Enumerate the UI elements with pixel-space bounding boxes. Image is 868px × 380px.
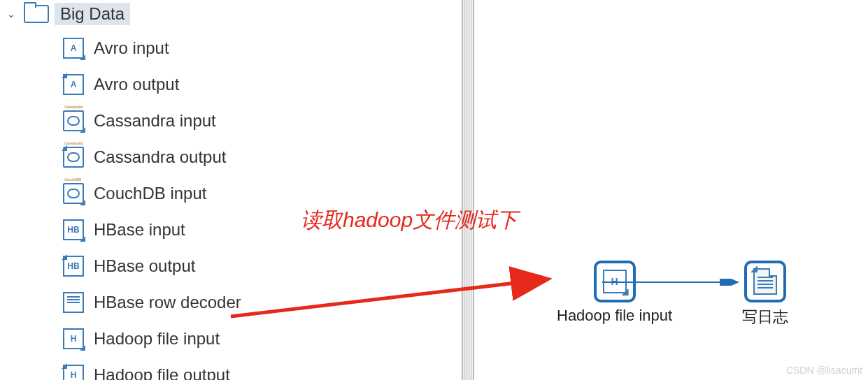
tree-item-label: Hadoop file output: [94, 365, 230, 380]
tree-folder-big-data[interactable]: ⌄ Big Data: [0, 0, 462, 28]
tree-item-label: Avro input: [94, 38, 169, 58]
hbase-output-icon: HB: [63, 256, 84, 277]
tree-item-label: HBase output: [94, 256, 195, 276]
tree-item-cassandra-output[interactable]: CassandraCassandra output: [63, 147, 462, 168]
hadoop-file-input-icon: H: [63, 328, 84, 349]
tree-item-label: Avro output: [94, 75, 179, 94]
step-box[interactable]: [744, 261, 786, 302]
watermark: CSDN @lisacumt: [786, 365, 862, 376]
tree-item-label: Hadoop file input: [94, 329, 220, 349]
step-label: Hadoop file input: [557, 307, 672, 325]
tree-item-hadoop-file-output[interactable]: HHadoop file output: [63, 365, 462, 380]
couchdb-input-icon: CouchDB: [63, 183, 84, 204]
hadoop-file-output-icon: H: [63, 365, 84, 380]
tree-item-label: Cassandra output: [94, 147, 226, 167]
tree-item-cassandra-input[interactable]: CassandraCassandra input: [63, 110, 462, 131]
avro-input-icon: A: [63, 38, 84, 59]
hbase-input-icon: HB: [63, 219, 84, 240]
chevron-down-icon[interactable]: ⌄: [4, 8, 18, 20]
hop-arrow-icon[interactable]: [602, 279, 741, 286]
folder-icon: [24, 5, 49, 23]
hbase-row-decoder-icon: [63, 292, 84, 313]
tree-item-label: CouchDB input: [94, 184, 206, 203]
tree-folder-label: Big Data: [55, 3, 130, 25]
canvas-step-write-log[interactable]: 写日志: [742, 261, 788, 328]
tree-item-avro-output[interactable]: AAvro output: [63, 74, 462, 95]
tree-item-couchdb-input[interactable]: CouchDBCouchDB input: [63, 183, 462, 204]
cassandra-input-icon: Cassandra: [63, 110, 84, 131]
avro-output-icon: A: [63, 74, 84, 95]
canvas-step-hadoop-file-input[interactable]: H Hadoop file input: [557, 261, 672, 325]
cassandra-output-icon: Cassandra: [63, 147, 84, 168]
step-label: 写日志: [742, 307, 788, 328]
write-log-icon: [753, 268, 777, 295]
tree-item-label: HBase input: [94, 220, 185, 240]
tree-item-avro-input[interactable]: AAvro input: [63, 38, 462, 59]
tree-item-label: Cassandra input: [94, 111, 216, 131]
svg-line-1: [231, 279, 546, 316]
annotation-arrow-icon: [227, 206, 563, 332]
tree-item-label: HBase row decoder: [94, 293, 241, 312]
